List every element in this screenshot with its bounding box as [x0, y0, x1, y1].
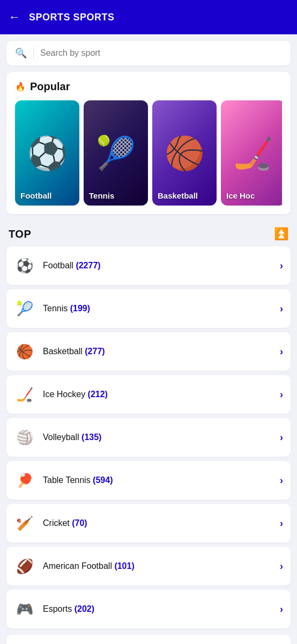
sport-count-icehockey: (212): [88, 390, 108, 399]
chevron-up-icon: ⏫: [274, 227, 288, 241]
chevron-right-icon-icehockey: ›: [280, 389, 283, 400]
card-label-tennis: Tennis: [89, 191, 114, 200]
sport-count-tennis: (199): [70, 304, 90, 313]
flame-icon: 🔥: [15, 82, 26, 92]
sport-name-cricket: Cricket (70): [43, 518, 276, 528]
search-divider: [33, 47, 34, 59]
sport-list-item-football[interactable]: ⚽ Football (2277) ›: [6, 246, 291, 285]
sport-count-cricket: (70): [72, 518, 87, 528]
tennis-figure-icon: 🎾: [96, 134, 136, 172]
sport-name-volleyball: Volleyball (135): [43, 433, 276, 442]
sport-name-tennis: Tennis (199): [43, 304, 276, 313]
sport-count-esports: (202): [75, 604, 94, 613]
cricket-icon: 🏏: [14, 513, 35, 534]
americanfootball-icon: 🏈: [14, 555, 35, 577]
chevron-right-icon-esports: ›: [280, 604, 283, 615]
chevron-right-icon-volleyball: ›: [280, 432, 283, 443]
card-label-football: Football: [20, 191, 51, 200]
basketball-icon: 🏀: [14, 341, 35, 362]
chevron-right-icon-cricket: ›: [280, 518, 283, 529]
search-bar: 🔍: [6, 41, 291, 65]
chevron-right-icon-tabletennis: ›: [280, 475, 283, 486]
chevron-right-icon-basketball: ›: [280, 346, 283, 357]
sport-count-tabletennis: (594): [93, 475, 113, 485]
basketball-figure-icon: 🏀: [165, 134, 205, 172]
sport-count-basketball: (277): [85, 347, 105, 356]
card-label-icehockey: Ice Hoc: [226, 191, 255, 200]
sport-name-football: Football (2277): [43, 261, 276, 270]
categories-footer[interactable]: CATEGORIES FROM A TO Z ♦: [6, 635, 291, 644]
icehockey-figure-icon: 🏒: [233, 134, 273, 172]
popular-card-basketball[interactable]: 🏀 Basketball: [152, 100, 217, 206]
page-title: SPORTS SPORTS: [29, 12, 115, 23]
search-input[interactable]: [40, 48, 282, 58]
sport-name-americanfootball: American Football (101): [43, 561, 276, 571]
volleyball-icon: 🏐: [14, 427, 35, 448]
popular-card-football[interactable]: ⚽ Football: [15, 100, 79, 206]
sport-name-esports: Esports (202): [43, 604, 276, 614]
search-icon: 🔍: [15, 47, 27, 59]
sport-count-volleyball: (135): [81, 433, 101, 442]
football-icon: ⚽: [14, 255, 35, 276]
chevron-right-icon-americanfootball: ›: [280, 561, 283, 572]
chevron-right-icon-tennis: ›: [280, 303, 283, 314]
sport-list: ⚽ Football (2277) › 🎾 Tennis (199) › 🏀 B…: [6, 246, 291, 633]
top-section: TOP ⏫ ⚽ Football (2277) › 🎾 Tennis (199)…: [6, 221, 291, 633]
sport-list-item-volleyball[interactable]: 🏐 Volleyball (135) ›: [6, 418, 291, 457]
sport-name-tabletennis: Table Tennis (594): [43, 475, 276, 485]
icehockey-icon: 🏒: [14, 384, 35, 405]
chevron-right-icon-football: ›: [280, 260, 283, 272]
popular-cards: ⚽ Football 🎾 Tennis 🏀 Basketball 🏒 Ice H…: [15, 100, 282, 206]
sport-list-item-cricket[interactable]: 🏏 Cricket (70) ›: [6, 504, 291, 543]
sport-list-item-americanfootball[interactable]: 🏈 American Football (101) ›: [6, 547, 291, 586]
app-header: ← SPORTS SPORTS: [0, 0, 297, 34]
popular-header: 🔥 Popular: [15, 80, 282, 93]
tennis-icon: 🎾: [14, 298, 35, 319]
sport-name-basketball: Basketball (277): [43, 347, 276, 356]
football-figure-icon: ⚽: [27, 134, 68, 172]
sport-list-item-basketball[interactable]: 🏀 Basketball (277) ›: [6, 332, 291, 371]
esports-icon: 🎮: [14, 598, 35, 620]
card-label-basketball: Basketball: [158, 191, 198, 200]
tabletennis-icon: 🏓: [14, 470, 35, 491]
back-button[interactable]: ←: [9, 10, 20, 24]
sport-list-item-tabletennis[interactable]: 🏓 Table Tennis (594) ›: [6, 461, 291, 500]
sport-count-americanfootball: (101): [114, 561, 134, 570]
sport-name-icehockey: Ice Hockey (212): [43, 390, 276, 399]
sport-list-item-esports[interactable]: 🎮 Esports (202) ›: [6, 590, 291, 628]
top-header: TOP ⏫: [6, 221, 291, 246]
popular-title: Popular: [30, 80, 70, 93]
popular-section: 🔥 Popular ⚽ Football 🎾 Tennis 🏀 Basketba…: [6, 72, 291, 214]
sport-list-item-tennis[interactable]: 🎾 Tennis (199) ›: [6, 289, 291, 328]
top-title: TOP: [9, 228, 31, 240]
sport-count-football: (2277): [76, 261, 100, 270]
popular-card-tennis[interactable]: 🎾 Tennis: [84, 100, 148, 206]
popular-card-icehockey[interactable]: 🏒 Ice Hoc: [221, 100, 282, 206]
sport-list-item-icehockey[interactable]: 🏒 Ice Hockey (212) ›: [6, 375, 291, 414]
